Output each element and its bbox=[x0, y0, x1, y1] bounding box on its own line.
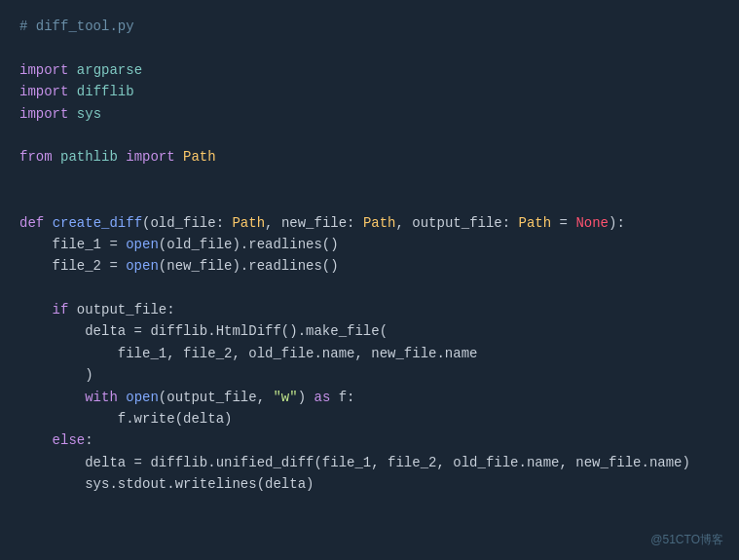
keyword-import2: import bbox=[19, 84, 68, 99]
keyword-as: as bbox=[314, 390, 331, 405]
line-paren: ) bbox=[19, 364, 720, 386]
module-argparse: argparse bbox=[77, 62, 142, 78]
keyword-from: from bbox=[19, 149, 53, 165]
keyword-def: def bbox=[19, 215, 44, 231]
keyword-import: import bbox=[19, 62, 68, 78]
line-else: else: bbox=[19, 429, 720, 451]
line-import-argparse: import argparse bbox=[19, 59, 720, 81]
line-with: with open(output_file, "w") as f: bbox=[19, 387, 720, 408]
line-import-sys: import sys bbox=[19, 103, 720, 125]
module-difflib: difflib bbox=[77, 84, 134, 99]
module-pathlib: pathlib bbox=[60, 149, 118, 165]
line-from-import: from pathlib import Path bbox=[19, 146, 720, 168]
builtin-open3: open bbox=[126, 390, 159, 405]
line-file2: file_2 = open(new_file).readlines() bbox=[19, 255, 720, 277]
keyword-with: with bbox=[85, 390, 118, 405]
builtin-open1: open bbox=[126, 237, 159, 252]
keyword-else: else bbox=[53, 432, 86, 448]
watermark: @51CTO博客 bbox=[650, 532, 723, 548]
string-w: "w" bbox=[273, 390, 297, 405]
line-comment: # diff_tool.py bbox=[19, 16, 720, 37]
line-delta2: delta = difflib.unified_diff(file_1, fil… bbox=[19, 452, 720, 473]
module-sys: sys bbox=[77, 106, 101, 122]
keyword-import3: import bbox=[19, 106, 68, 122]
keyword-if: if bbox=[53, 302, 69, 317]
line-file1: file_1 = open(old_file).readlines() bbox=[19, 234, 720, 255]
line-import-difflib: import difflib bbox=[19, 81, 720, 102]
keyword-import4: import bbox=[126, 149, 174, 165]
line-delta-args: file_1, file_2, old_file.name, new_file.… bbox=[19, 343, 720, 364]
line-stdout: sys.stdout.writelines(delta) bbox=[19, 473, 720, 495]
line-delta1: delta = difflib.HtmlDiff().make_file( bbox=[19, 320, 720, 342]
type-path: Path bbox=[183, 149, 216, 165]
line-fwrite: f.write(delta) bbox=[19, 408, 720, 429]
builtin-open2: open bbox=[126, 258, 159, 274]
line-def: def create_diff(old_file: Path, new_file… bbox=[19, 212, 720, 234]
line-if: if output_file: bbox=[19, 299, 720, 320]
comment-text: # diff_tool.py bbox=[19, 19, 134, 34]
func-name: create_diff bbox=[53, 215, 142, 231]
code-editor: # diff_tool.py import argparse import di… bbox=[0, 0, 739, 560]
